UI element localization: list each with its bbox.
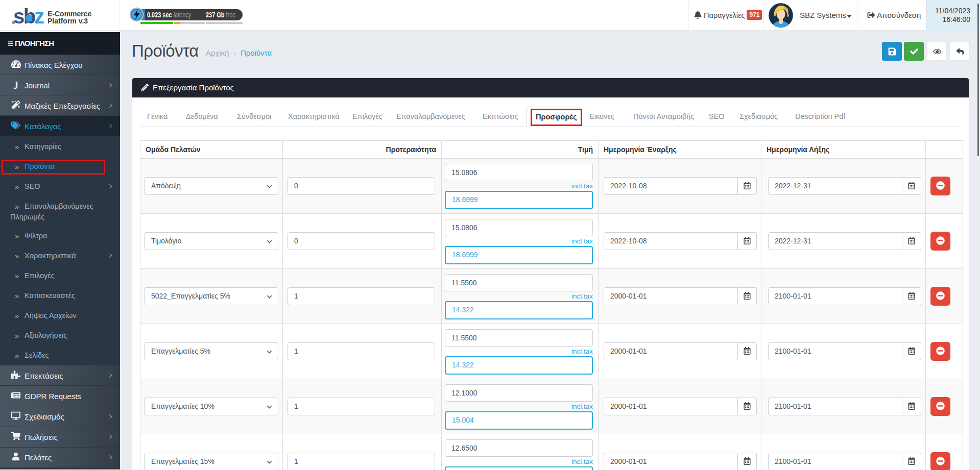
svg-text:sb: sb (13, 6, 35, 24)
svg-text:z: z (34, 6, 44, 24)
